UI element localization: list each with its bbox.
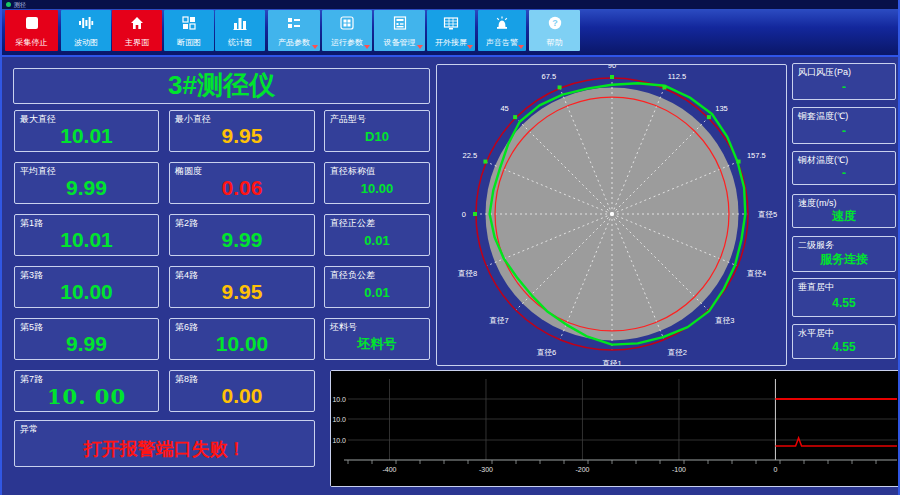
field-value: 10.01 [17,226,156,254]
field-speed: 速度(m/s) 速度 [792,194,896,228]
field-value: 10.01 [17,122,156,150]
siren-icon [494,15,510,31]
field-min-diameter: 最小直径 9.95 [169,110,315,152]
field-channel-3: 第3路 10.00 [14,266,159,308]
stop-icon [24,15,40,31]
home-icon [129,15,145,31]
svg-text:-300: -300 [479,466,493,473]
field-value: - [795,119,893,142]
dropdown-caret-icon [417,45,423,49]
trend-panel: 10.010.010.0-400-300-200-1000 [330,370,900,487]
field-sleeve-temperature: 铜套温度(℃) - [792,107,896,144]
field-value: 9.99 [172,226,312,254]
waveform-icon [78,15,94,31]
svg-text:直径6: 直径6 [536,348,556,357]
field-value: 4.55 [795,290,893,315]
field-ovality: 椭圆度 0.06 [169,162,315,204]
svg-text:45: 45 [500,104,508,113]
svg-text:22.5: 22.5 [463,151,478,160]
app-window: 测径 采集停止 波动图 主界面 断面图 [0,0,900,495]
field-value: 0.00 [172,382,312,410]
app-icon [6,2,11,7]
title-bar: 测径 [2,0,898,9]
field-channel-8: 第8路 0.00 [169,370,315,412]
dropdown-caret-icon [312,45,318,49]
toolbar-button-label: 采集停止 [5,37,58,48]
toolbar-button-wave-chart[interactable]: 波动图 [61,10,111,51]
toolbar-button-label: 断面图 [164,37,214,48]
toolbar-button-label: 统计图 [215,37,265,48]
field-vertical-center: 垂直居中 4.55 [792,278,896,317]
field-value: 坯料号 [327,330,427,358]
svg-text:直径3: 直径3 [714,316,734,325]
svg-text:90: 90 [608,65,616,70]
svg-text:直径2: 直径2 [667,348,687,357]
field-value: 9.95 [172,278,312,306]
toolbar-button-product-params[interactable]: 产品参数 [268,10,320,51]
toolbar-button-device-mgmt[interactable]: 设备管理 [374,10,425,51]
dropdown-caret-icon [467,45,473,49]
toolbar-button-label: 帮助 [529,37,580,48]
svg-text:-200: -200 [575,466,589,473]
svg-text:直径8: 直径8 [457,269,477,278]
field-value: 9.99 [17,174,156,202]
field-minus-tolerance: 直径负公差 0.01 [324,266,430,308]
field-billet-no: 坯料号 坯料号 [324,318,430,360]
field-value: 0.06 [172,174,312,202]
field-value: 10.00 [172,330,312,358]
field-value: 9.95 [172,122,312,150]
svg-text:157.5: 157.5 [747,151,766,160]
field-plus-tolerance: 直径正公差 0.01 [324,214,430,256]
run-params-icon [339,15,355,31]
product-params-icon [286,15,302,31]
field-product-model: 产品型号 D10 [324,110,430,152]
field-value: D10 [327,122,427,150]
field-channel-2: 第2路 9.99 [169,214,315,256]
field-value: 9.99 [17,330,156,358]
field-channel-5: 第5路 9.99 [14,318,159,360]
field-value: 速度 [795,206,893,226]
svg-text:0: 0 [773,466,777,473]
alarm-box: 异常 打开报警端口失败！ [14,420,315,467]
gauge-title-box: 3#测径仪 [13,68,430,104]
field-value: - [795,163,893,183]
field-value: 0.01 [327,226,427,254]
svg-text:-400: -400 [382,466,396,473]
toolbar-button-sound-alarm[interactable]: 声音告警 [478,10,526,51]
svg-text:10.0: 10.0 [332,396,346,403]
svg-text:直径1: 直径1 [601,359,621,365]
field-value: 10.00 [17,278,156,306]
field-horizontal-center: 水平居中 4.55 [792,324,896,359]
toolbar: 采集停止 波动图 主界面 断面图 统计图 [2,9,898,57]
toolbar-button-stop-collect[interactable]: 采集停止 [5,10,58,51]
field-value: 4.55 [795,336,893,357]
field-value: 10.00 [327,174,427,202]
field-value: 10. 00 [17,382,156,410]
svg-text:直径5: 直径5 [757,210,777,219]
toolbar-button-label: 主界面 [112,37,162,48]
toolbar-button-stats-chart[interactable]: 统计图 [215,10,265,51]
toolbar-button-help[interactable]: ? 帮助 [529,10,580,51]
field-channel-7: 第7路 10. 00 [14,370,159,412]
field-channel-6: 第6路 10.00 [169,318,315,360]
svg-text:直径4: 直径4 [746,269,766,278]
field-value: 0.01 [327,278,427,306]
toolbar-button-section-chart[interactable]: 断面图 [164,10,214,51]
field-avg-diameter: 平均直径 9.99 [14,162,159,204]
dropdown-caret-icon [364,45,370,49]
alarm-message: 打开报警端口失败！ [17,432,312,465]
toolbar-button-run-params[interactable]: 运行参数 [322,10,372,51]
field-service-link: 二级服务 服务连接 [792,236,896,272]
toolbar-button-external-screen[interactable]: 开外接屏 [427,10,475,51]
gauge-title: 3#测径仪 [16,69,427,102]
svg-text:135: 135 [715,104,728,113]
svg-text:67.5: 67.5 [542,72,557,81]
field-copper-temperature: 铜材温度(℃) - [792,151,896,185]
trend-chart: 10.010.010.0-400-300-200-1000 [331,371,899,486]
toolbar-button-main-screen[interactable]: 主界面 [112,10,162,51]
svg-text:10.0: 10.0 [332,437,346,444]
toolbar-button-label: 波动图 [61,37,111,48]
cross-section-chart: 022.54567.590112.5135157.5直径1直径2直径3直径4直径… [437,65,786,365]
field-value: - [795,75,893,98]
svg-text:直径7: 直径7 [489,316,509,325]
